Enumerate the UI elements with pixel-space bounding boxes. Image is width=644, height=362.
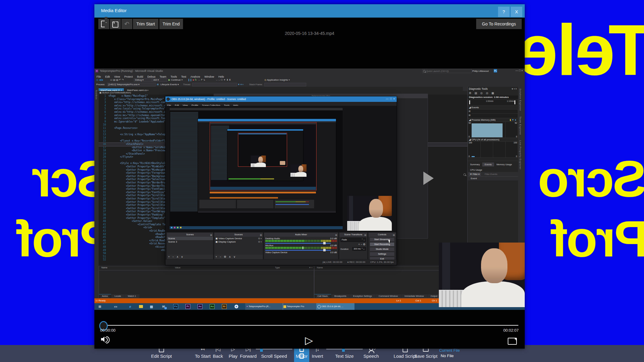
filter-events-input[interactable]: Filter Events <box>485 173 497 176</box>
volume-slider[interactable] <box>265 243 331 244</box>
filter-icons[interactable]: ▼ ▾ × <box>238 83 244 86</box>
aftereffects-icon[interactable]: Ae <box>198 304 202 309</box>
volume-slider[interactable] <box>265 250 331 251</box>
diag-tab[interactable]: Summary <box>468 163 482 166</box>
scene-item[interactable]: Scene <box>167 237 213 240</box>
obs-menubar[interactable]: FileEditViewProfileScene CollectionTools… <box>165 102 397 106</box>
diag-memory-header[interactable]: ◢ Process Memory (MB) ▮ ▼ ● <box>468 118 518 122</box>
diag-tab[interactable]: CPU Usage <box>468 168 485 172</box>
autos-tab[interactable]: Locals <box>111 294 124 298</box>
media-editor-titlebar[interactable]: Media Editor ? X <box>94 4 525 18</box>
timeline-marker[interactable] <box>469 100 470 104</box>
seek-bar[interactable] <box>102 325 518 326</box>
callstack-tab[interactable]: Breakpoints <box>331 294 350 298</box>
obs-window-controls[interactable]: — □ × <box>386 97 395 100</box>
go-to-recordings-button[interactable]: Go To Recordings <box>476 19 522 29</box>
obs-control-button[interactable]: Studio Mode <box>370 247 395 251</box>
callstack-tab[interactable]: Call Stack <box>314 294 331 298</box>
mixer-panel-title[interactable]: Audio Mixer⊞ <box>264 233 338 237</box>
mail-icon[interactable]: ✉12 <box>161 304 166 309</box>
vs-debug-controls[interactable]: ❙❙ ■ ↻ → ↱ ↳ <box>188 79 205 81</box>
edge-icon[interactable]: e <box>128 304 133 309</box>
right-vertical-tab[interactable]: Live Property Explorer <box>519 140 522 169</box>
vs-window-controls[interactable]: — □ × <box>515 69 523 72</box>
trim-end-button[interactable]: Trim End <box>159 19 183 29</box>
quick-launch-box[interactable]: Quick Launch (Ctrl+Q) <box>422 69 472 73</box>
controls-panel-title[interactable]: Controls⊞ <box>368 233 396 237</box>
panel-controls[interactable]: ▾ × <box>309 266 313 269</box>
new-file-button[interactable] <box>98 19 109 29</box>
autos-tab[interactable]: Autos <box>99 294 111 298</box>
toolbox-vertical-tab[interactable]: Toolbox <box>95 90 98 100</box>
scenes-panel-toolbar[interactable]: + − ∧ ∨ <box>167 255 213 259</box>
visibility-lock-icons[interactable]: ⊙ ▪ <box>258 237 262 240</box>
process-dropdown[interactable]: [14612] TeleprompterPro.exe ▾ <box>107 83 156 86</box>
close-button[interactable]: X <box>511 7 522 17</box>
diag-timeline[interactable]: 1:00min 1:10min <box>468 99 518 106</box>
vs-platform-dropdown[interactable]: x64 ▾ <box>152 78 167 82</box>
store-icon[interactable]: ▩ <box>149 304 154 309</box>
vs-file-icons[interactable]: ▭ ▤ ▤ ↶ ↷ <box>110 79 124 81</box>
trim-start-button[interactable]: Trim Start <box>133 19 158 29</box>
filter-dropdown[interactable]: ▼ Filter ▾ <box>469 173 481 176</box>
taskbar-app-vs[interactable]: ∞ TeleprompterPro (R... <box>245 303 283 310</box>
panel-controls[interactable]: ▾ ▪ × <box>512 87 517 91</box>
app-insights-button[interactable]: ◎ Application Insights ▾ <box>264 79 290 81</box>
sources-panel-title[interactable]: Sources⊞ <box>214 233 263 237</box>
video-frame[interactable]: ∞ TeleprompterPro (Running) - Microsoft … <box>94 69 525 310</box>
diag-events-header[interactable]: ◢ Events <box>468 106 518 109</box>
premiere-icon[interactable]: Pr <box>185 304 190 309</box>
diag-cpu-header[interactable]: ◢ CPU (% of all processors) <box>468 138 518 141</box>
taskbar-app-teleprompter[interactable]: Teleprompter Pro <box>282 303 317 310</box>
autos-tab[interactable]: Watch 1 <box>125 294 139 298</box>
undo-button[interactable]: ↶ <box>121 19 132 29</box>
transitions-panel-title[interactable]: Scene Transitions⊞ <box>339 233 367 237</box>
vs-config-dropdown[interactable]: Debug ▾ <box>134 78 152 82</box>
scenes-panel-title[interactable]: Scenes⊞ <box>167 233 213 237</box>
start-button[interactable]: ⊞ <box>97 304 102 309</box>
popout-icon[interactable]: ⊞ <box>335 233 337 237</box>
right-vertical-tab[interactable]: Team Explorer <box>519 116 522 135</box>
diag-tab[interactable]: Memory Usage <box>494 163 514 166</box>
help-button[interactable]: ? <box>498 7 510 17</box>
popout-icon[interactable]: ⊞ <box>364 233 366 237</box>
diag-tab[interactable]: Events <box>482 163 494 166</box>
taskbar-app-obs[interactable]: OBS 25.0.8 (64-bit, ... <box>316 303 354 310</box>
volume-icon[interactable] <box>101 337 110 343</box>
source-item[interactable]: ▣ Video Capture Device⊙ ▪ <box>214 237 263 240</box>
save-button[interactable] <box>110 19 121 29</box>
continue-button[interactable]: ▶ Continue ▾ <box>168 79 183 81</box>
bridge-icon[interactable]: Br <box>222 304 227 309</box>
callstack-tab[interactable]: Immediate Window <box>402 294 427 298</box>
source-item[interactable]: ▣ Display Capture⊙ ▪ <box>214 240 263 243</box>
right-vertical-tab[interactable]: Solution Explorer <box>519 89 522 111</box>
transition-select[interactable]: Fade⌃⌄ <box>341 238 366 242</box>
event-column-header[interactable]: Event <box>468 176 518 180</box>
vs-nav-icons[interactable]: ◎ ◀ ▶ <box>96 79 103 81</box>
chrome-icon[interactable] <box>234 304 239 309</box>
task-view-icon[interactable]: ▭ <box>113 304 118 309</box>
obs-titlebar[interactable]: ◐ OBS 25.0.8 (64-bit, windows) - Profile… <box>165 96 397 102</box>
file-explorer-icon[interactable] <box>138 304 143 309</box>
photoshop-icon[interactable]: Ps <box>173 304 178 309</box>
stack-frame-dropdown[interactable] <box>264 83 306 86</box>
popout-icon[interactable]: ⊞ <box>393 233 395 237</box>
scene-item[interactable]: Scene 3 <box>167 240 213 243</box>
transition-add-remove[interactable]: + − ⚙ <box>339 243 367 246</box>
diag-toolbar[interactable]: ⚙ ▤ ◎ ◎ ▦ <box>468 91 518 96</box>
timeline-marker[interactable] <box>514 100 515 104</box>
search-icon[interactable] <box>463 173 466 176</box>
sources-panel-toolbar[interactable]: + − ⚙ ∧ ∨ <box>214 255 263 259</box>
obs-preview-canvas[interactable] <box>165 106 397 232</box>
callstack-tab[interactable]: Command Window <box>376 294 401 298</box>
vs-menubar[interactable]: FileEditViewProjectBuildDebugTeamToolsTe… <box>94 73 525 78</box>
audition-icon[interactable]: Au <box>210 304 215 309</box>
thread-dropdown[interactable] <box>192 83 237 86</box>
visibility-lock-icons[interactable]: ⊙ ▪ <box>258 240 262 243</box>
duration-input[interactable]: 300 ms ⌃⌄ <box>352 247 366 251</box>
vs-misc-icons[interactable]: ⌵ ⌵ ▤ ▼ ▮ ▮ <box>216 79 231 82</box>
pip-cast-icon[interactable] <box>508 338 517 345</box>
obs-control-button[interactable]: Settings <box>370 252 395 256</box>
play-button[interactable]: ▷ <box>305 334 313 346</box>
lifecycle-events-dropdown[interactable]: Lifecycle Events ▾ <box>161 83 179 86</box>
